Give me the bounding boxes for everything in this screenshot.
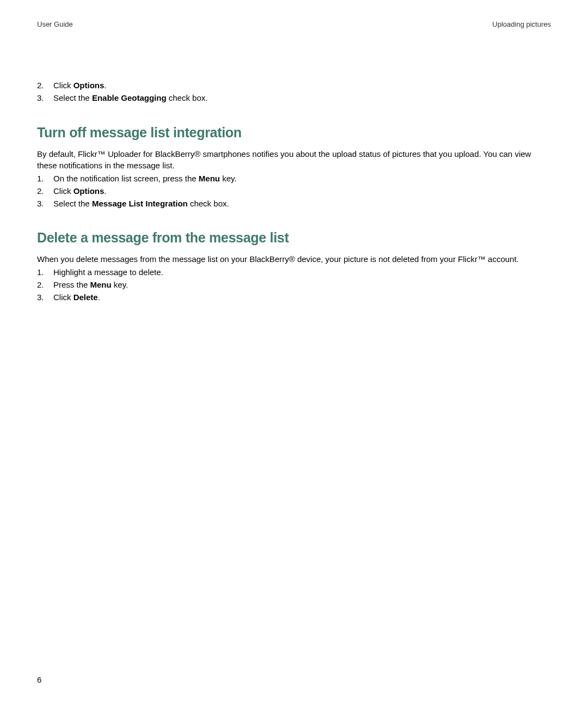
step-text: Select the Enable Geotagging check box. (53, 92, 551, 104)
step-number: 3. (37, 291, 53, 303)
step-number: 2. (37, 80, 53, 92)
step-number: 1. (37, 173, 53, 185)
list-item: 3. Select the Message List Integration c… (37, 198, 551, 210)
list-item: 1. Highlight a message to delete. (37, 266, 551, 278)
step-text: Press the Menu key. (53, 279, 551, 291)
step-text: Click Options. (53, 80, 551, 92)
list-item: 2. Click Options. (37, 80, 551, 92)
list-item: 2. Press the Menu key. (37, 279, 551, 291)
page-header: User Guide Uploading pictures (37, 20, 551, 28)
step-number: 1. (37, 266, 53, 278)
section2-steps: 1. Highlight a message to delete. 2. Pre… (37, 266, 551, 303)
header-left: User Guide (37, 20, 73, 28)
step-number: 3. (37, 198, 53, 210)
section1-body: By default, Flickr™ Uploader for BlackBe… (37, 148, 551, 172)
step-text: Click Delete. (53, 291, 551, 303)
step-text: Click Options. (53, 185, 551, 197)
list-item: 3. Click Delete. (37, 291, 551, 303)
page-number: 6 (37, 675, 41, 684)
section2-body: When you delete messages from the messag… (37, 253, 551, 265)
step-text: Select the Message List Integration chec… (53, 198, 551, 210)
section1-steps: 1. On the notification list screen, pres… (37, 173, 551, 209)
section-heading-delete: Delete a message from the message list (37, 230, 551, 246)
step-number: 3. (37, 92, 53, 104)
intro-steps: 2. Click Options. 3. Select the Enable G… (37, 80, 551, 104)
step-number: 2. (37, 279, 53, 291)
header-right: Uploading pictures (492, 20, 551, 28)
section-heading-turn-off: Turn off message list integration (37, 125, 551, 141)
list-item: 2. Click Options. (37, 185, 551, 197)
step-text: On the notification list screen, press t… (53, 173, 551, 185)
list-item: 3. Select the Enable Geotagging check bo… (37, 92, 551, 104)
step-text: Highlight a message to delete. (53, 266, 551, 278)
step-number: 2. (37, 185, 53, 197)
list-item: 1. On the notification list screen, pres… (37, 173, 551, 185)
